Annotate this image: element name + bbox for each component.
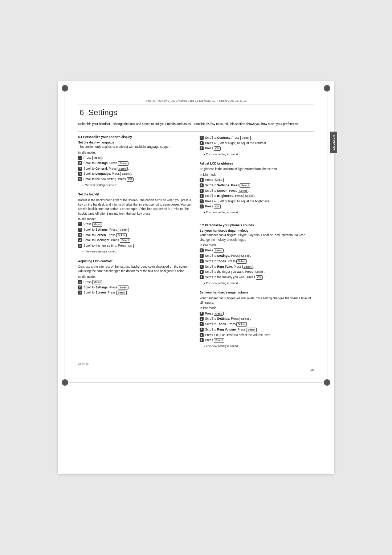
brightness-heading: Adjust LCD brightness (200, 161, 314, 166)
table-row: 2 Scroll to Settings. Press Select. (200, 183, 314, 188)
menu-key: Menu (92, 156, 102, 160)
contrast-note: The new setting is saved. (204, 152, 314, 157)
select-key: Select (214, 338, 224, 343)
menu-key: Menu (214, 248, 224, 253)
table-row: 1 Press Menu. (200, 311, 314, 316)
backlit-body: Backlit is the background light of the s… (78, 198, 192, 216)
table-row: 3 Scroll to Screen. Press Select. (78, 233, 192, 238)
volume-steps: 1 Press Menu. 2 Scroll to Settings. Pres… (200, 311, 314, 343)
table-row: 1 Press Menu. (200, 248, 314, 253)
contrast-continued: 4 Scroll to Contrast. Press Select. 5 Pr… (200, 135, 314, 156)
page-border: Xtra HS_VOIP841_US-EN.book Seite 15 Dien… (65, 88, 327, 383)
table-row: 5 Scroll to the new setting. Press OK. (78, 177, 192, 182)
section-6-1-heading: 6.1 Personalize your phone's display (78, 135, 192, 139)
in-idle-mode-6: In idle mode: (200, 306, 314, 310)
table-row: 4 Scroll to Ring Tone. Press Select. (200, 264, 314, 269)
menu-key: Menu (214, 312, 224, 316)
select-key: Select (238, 189, 248, 193)
table-row: 3 Scroll to General. Press Select. (78, 166, 192, 171)
in-idle-mode-5: In idle mode: (200, 243, 314, 247)
right-column: 4 Scroll to Contrast. Press Select. 5 Pr… (200, 135, 314, 353)
table-row: 3 Scroll to Screen. Press Select. (78, 290, 192, 295)
brightness-note: The new setting is saved. (204, 210, 314, 215)
ok-key: OK (127, 244, 134, 248)
table-row: 1 Press Menu. (78, 222, 192, 227)
page-inner: Xtra HS_VOIP841_US-EN.book Seite 15 Dien… (65, 88, 327, 382)
language-note: The new setting is saved. (82, 183, 192, 187)
table-row: 6 Scroll to the melody you want. Press O… (200, 275, 314, 280)
section-6-1-body: This section only applies to model(s) wi… (78, 145, 192, 149)
section-divider-sounds (200, 220, 314, 220)
volume-note: The new setting is saved. (204, 344, 314, 348)
section-6-1: 6.1 Personalize your phone's display Set… (78, 135, 192, 187)
table-row: 6 Press OK. (200, 204, 314, 209)
select-key: Select (236, 322, 247, 327)
table-row: 2 Scroll to Settings. Press Select. (78, 161, 192, 166)
table-row: 5 Scroll to the new setting. Press OK. (78, 243, 192, 248)
table-row: 4 Scroll to Ring Volume. Press Select. (200, 327, 314, 332)
table-row: 1 Press Menu. (200, 178, 314, 182)
table-row: 2 Scroll to Settings. Press Select. (200, 316, 314, 321)
select-key: Select (240, 136, 251, 140)
in-idle-mode-2: In idle mode: (78, 217, 192, 221)
volume-heading: Set your handset's ringer volume (200, 290, 314, 295)
section-6-2-heading: 6.2 Personalize your phone's sounds (200, 223, 314, 227)
table-row: 2 Scroll to Settings. Press Select. (200, 254, 314, 258)
table-row: 1 Press Menu. (78, 280, 192, 284)
table-row: 4 Scroll to Backlight. Press Select. (78, 238, 192, 243)
contrast-body: Contrast is the intensity of the text an… (78, 264, 192, 274)
contrast-steps-right: 4 Scroll to Contrast. Press Select. 5 Pr… (200, 135, 314, 151)
chapter-title: 6 Settings (78, 108, 314, 117)
select-key: Select (242, 265, 253, 269)
ok-key: OK (256, 275, 263, 280)
table-row: 2 Scroll to Settings. Press Select. (78, 227, 192, 232)
header-meta: Xtra HS_VOIP841_US-EN.book Seite 15 Dien… (78, 99, 314, 105)
volume-body: Your handset has 5 ringer volume levels.… (200, 296, 314, 305)
select-key: Select (240, 317, 250, 321)
footer-label: Settings (78, 362, 89, 372)
table-row: 5 Press ⇔ (Left or Right) to adjust the … (200, 141, 314, 145)
table-row: 2 Scroll to Settings. Press Select. (78, 285, 192, 290)
backlit-steps: 1 Press Menu. 2 Scroll to Settings. Pres… (78, 222, 192, 248)
table-row: 3 Scroll to Tones. Press Select. (200, 259, 314, 264)
section-6-2-body: Your handset has 4 ringers: Skype, Skype… (200, 233, 314, 242)
volume-section: Set your handset's ringer volume Your ha… (200, 290, 314, 348)
backlit-section: Set the backlit Backlit is the backgroun… (78, 192, 192, 254)
table-row: 3 Scroll to Screen. Press Select. (200, 189, 314, 193)
intro-text: Make this your handset – change the look… (78, 122, 314, 126)
language-steps: 1 Press Menu. 2 Scroll to Settings. Pres… (78, 155, 192, 182)
left-column: 6.1 Personalize your phone's display Set… (78, 135, 192, 353)
table-row: 4 Scroll to Contrast. Press Select. (200, 135, 314, 140)
table-row: 4 Scroll to Language. Press Select. (78, 171, 192, 176)
table-row: 6 Press Select. (200, 338, 314, 343)
content-columns: 6.1 Personalize your phone's display Set… (78, 135, 314, 353)
brightness-section: Adjust LCD brightness Brightness is the … (200, 161, 314, 215)
select-key: Select (244, 194, 254, 198)
menu-key: Menu (92, 222, 102, 227)
table-row: 6 Press OK. (200, 146, 314, 151)
section-divider-top (78, 131, 314, 132)
select-key: Select (118, 161, 128, 166)
in-idle-mode-3: In idle mode: (78, 275, 192, 279)
page-number: 15 (310, 368, 314, 372)
brightness-body: Brightness is the amount of light emitte… (200, 167, 314, 171)
table-row: 5 Press ⇔ (Left or Right) to adjust the … (200, 199, 314, 203)
table-row: 3 Scroll to Tones. Press Select. (200, 322, 314, 327)
select-key: Select (254, 270, 264, 274)
ok-key: OK (127, 177, 134, 182)
select-key: Select (121, 172, 131, 176)
contrast-steps-left: 1 Press Menu. 2 Scroll to Settings. Pres… (78, 280, 192, 295)
section-6-2-sub: Set your handset's ringer melody (200, 228, 314, 233)
section-6-1-sub: Set the display language (78, 140, 192, 145)
backlit-heading: Set the backlit (78, 192, 192, 197)
side-tab-english: ENGLISH (330, 132, 337, 153)
select-key: Select (240, 254, 250, 258)
contrast-section: Adjusting LCD contrast Contrast is the i… (78, 259, 192, 295)
menu-key: Menu (214, 178, 224, 182)
table-row: 5 Press ↕ (Up or Down) to select the vol… (200, 333, 314, 337)
page-container: Xtra HS_VOIP841_US-EN.book Seite 15 Dien… (58, 81, 334, 474)
select-key: Select (246, 328, 257, 332)
melody-note: The new setting is saved. (204, 281, 314, 285)
melody-steps: 1 Press Menu. 2 Scroll to Settings. Pres… (200, 248, 314, 280)
select-key: Select (118, 228, 128, 232)
